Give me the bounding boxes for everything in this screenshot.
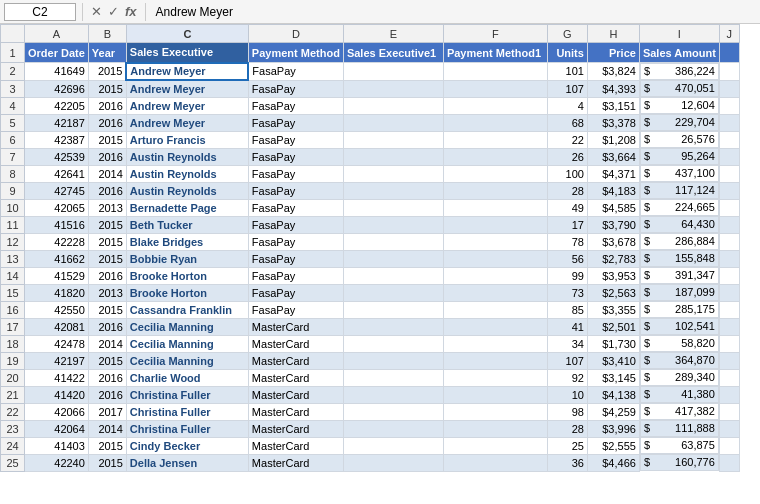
cell-payment-method[interactable]: FasaPay [248, 182, 343, 199]
cell-year[interactable]: 2016 [88, 97, 126, 114]
cell-sales-executive[interactable]: Cindy Becker [126, 437, 248, 454]
cell-payment-method1[interactable] [443, 437, 547, 454]
cell-year[interactable]: 2015 [88, 250, 126, 267]
cell-sales-executive[interactable]: Austin Reynolds [126, 182, 248, 199]
cell-order-date[interactable]: 42065 [25, 199, 89, 216]
cell-units[interactable]: 28 [547, 182, 587, 199]
cell-sales-executive[interactable]: Andrew Meyer [126, 63, 248, 81]
header-sales-executive1[interactable]: Sales Executive1 [343, 43, 443, 63]
cell-units[interactable]: 17 [547, 216, 587, 233]
header-payment-method1[interactable]: Payment Method1 [443, 43, 547, 63]
cell-payment-method[interactable]: MasterCard [248, 403, 343, 420]
cell-order-date[interactable]: 42205 [25, 97, 89, 114]
col-header-C[interactable]: C [126, 25, 248, 43]
cell-sales-amount[interactable]: $41,380 [640, 386, 719, 403]
cell-payment-method[interactable]: MasterCard [248, 454, 343, 471]
cell-price[interactable]: $2,563 [587, 284, 639, 301]
cell-payment-method1[interactable] [443, 97, 547, 114]
cell-units[interactable]: 28 [547, 420, 587, 437]
col-header-J[interactable]: J [719, 25, 739, 43]
cell-sales-executive[interactable]: Della Jensen [126, 454, 248, 471]
cell-payment-method1[interactable] [443, 63, 547, 81]
cell-payment-method[interactable]: FasaPay [248, 97, 343, 114]
cell-payment-method[interactable]: MasterCard [248, 352, 343, 369]
cell-order-date[interactable]: 41649 [25, 63, 89, 81]
cell-order-date[interactable]: 41422 [25, 369, 89, 386]
cell-sales-executive[interactable]: Bobbie Ryan [126, 250, 248, 267]
cell-sales-amount[interactable]: $12,604 [640, 97, 719, 114]
cell-year[interactable]: 2014 [88, 335, 126, 352]
cell-sales-executive1[interactable] [343, 216, 443, 233]
cell-units[interactable]: 100 [547, 165, 587, 182]
cell-reference-input[interactable]: C2 [4, 3, 76, 21]
cell-payment-method[interactable]: FasaPay [248, 63, 343, 81]
cell-sales-executive[interactable]: Cecilia Manning [126, 335, 248, 352]
cell-order-date[interactable]: 42066 [25, 403, 89, 420]
cell-order-date[interactable]: 41403 [25, 437, 89, 454]
cell-sales-executive[interactable]: Brooke Horton [126, 284, 248, 301]
cell-sales-executive1[interactable] [343, 267, 443, 284]
cell-price[interactable]: $3,996 [587, 420, 639, 437]
cell-sales-amount[interactable]: $102,541 [640, 318, 719, 335]
cell-units[interactable]: 101 [547, 63, 587, 81]
cell-payment-method1[interactable] [443, 182, 547, 199]
cell-units[interactable]: 73 [547, 284, 587, 301]
cell-sales-amount[interactable]: $26,576 [640, 131, 719, 148]
cell-sales-amount[interactable]: $224,665 [640, 199, 719, 216]
cell-sales-executive1[interactable] [343, 148, 443, 165]
cell-payment-method[interactable]: FasaPay [248, 267, 343, 284]
cell-price[interactable]: $4,183 [587, 182, 639, 199]
cell-payment-method[interactable]: MasterCard [248, 437, 343, 454]
cell-price[interactable]: $3,953 [587, 267, 639, 284]
cell-order-date[interactable]: 42187 [25, 114, 89, 131]
cell-payment-method[interactable]: FasaPay [248, 301, 343, 318]
cell-sales-executive1[interactable] [343, 131, 443, 148]
cell-units[interactable]: 26 [547, 148, 587, 165]
cell-payment-method[interactable]: FasaPay [248, 114, 343, 131]
cell-sales-executive[interactable]: Cecilia Manning [126, 352, 248, 369]
cell-payment-method[interactable]: FasaPay [248, 131, 343, 148]
cell-price[interactable]: $3,151 [587, 97, 639, 114]
fx-icon[interactable]: fx [123, 4, 139, 19]
cell-sales-amount[interactable]: $187,099 [640, 284, 719, 301]
cell-year[interactable]: 2015 [88, 301, 126, 318]
cell-units[interactable]: 92 [547, 369, 587, 386]
cell-payment-method[interactable]: MasterCard [248, 318, 343, 335]
cell-sales-amount[interactable]: $64,430 [640, 216, 719, 233]
cell-sales-executive1[interactable] [343, 284, 443, 301]
cell-year[interactable]: 2014 [88, 165, 126, 182]
cell-sales-executive1[interactable] [343, 386, 443, 403]
cell-sales-executive1[interactable] [343, 403, 443, 420]
cell-payment-method1[interactable] [443, 352, 547, 369]
cell-sales-executive1[interactable] [343, 420, 443, 437]
header-year[interactable]: Year [88, 43, 126, 63]
cell-sales-amount[interactable]: $364,870 [640, 352, 719, 369]
cell-units[interactable]: 78 [547, 233, 587, 250]
cell-order-date[interactable]: 42539 [25, 148, 89, 165]
cell-payment-method[interactable]: MasterCard [248, 386, 343, 403]
cell-sales-executive1[interactable] [343, 199, 443, 216]
cell-payment-method[interactable]: FasaPay [248, 80, 343, 97]
cell-price[interactable]: $4,259 [587, 403, 639, 420]
cell-payment-method[interactable]: FasaPay [248, 199, 343, 216]
cell-price[interactable]: $2,501 [587, 318, 639, 335]
cell-sales-amount[interactable]: $111,888 [640, 420, 719, 437]
cell-payment-method1[interactable] [443, 454, 547, 471]
cell-price[interactable]: $1,208 [587, 131, 639, 148]
cell-payment-method1[interactable] [443, 318, 547, 335]
cell-year[interactable]: 2015 [88, 233, 126, 250]
cell-year[interactable]: 2015 [88, 437, 126, 454]
cell-year[interactable]: 2016 [88, 369, 126, 386]
cell-sales-amount[interactable]: $229,704 [640, 114, 719, 131]
cell-price[interactable]: $4,393 [587, 80, 639, 97]
cell-sales-executive1[interactable] [343, 233, 443, 250]
cell-order-date[interactable]: 42745 [25, 182, 89, 199]
cell-sales-executive[interactable]: Brooke Horton [126, 267, 248, 284]
cell-sales-executive[interactable]: Charlie Wood [126, 369, 248, 386]
cell-payment-method1[interactable] [443, 250, 547, 267]
cell-units[interactable]: 98 [547, 403, 587, 420]
cell-units[interactable]: 36 [547, 454, 587, 471]
cell-order-date[interactable]: 42478 [25, 335, 89, 352]
cell-units[interactable]: 41 [547, 318, 587, 335]
cell-price[interactable]: $3,790 [587, 216, 639, 233]
